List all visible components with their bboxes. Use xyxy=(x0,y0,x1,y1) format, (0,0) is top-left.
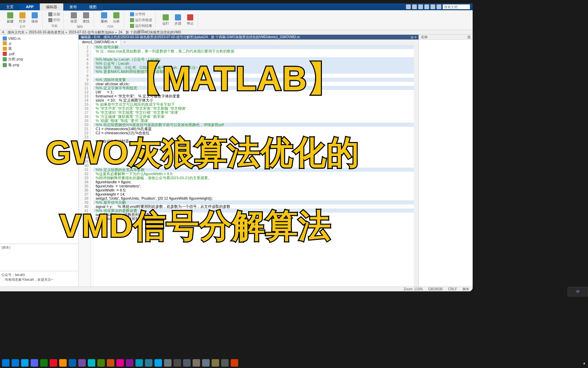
file-item[interactable]: 集.png xyxy=(1,62,77,68)
editor-tabs: demo1_GWOVMD.m × + xyxy=(79,40,419,45)
open-button[interactable]: 打开 xyxy=(17,12,28,25)
taskbar-app-icon[interactable] xyxy=(69,359,76,367)
taskbar-app-icon[interactable] xyxy=(231,359,238,367)
taskbar-app-icon[interactable] xyxy=(212,359,219,367)
vertical-scrollbar[interactable] xyxy=(414,45,419,291)
taskbar-app-icon[interactable] xyxy=(116,359,124,367)
menubar: 主页 APP 编辑器 发布 视图 xyxy=(0,3,473,10)
analyze-button[interactable]: 分析 xyxy=(111,12,122,25)
taskbar-app-icon[interactable] xyxy=(40,359,48,367)
breadcrumb-item[interactable]: 2023-03-10-画色泉算法 xyxy=(29,30,64,35)
breadcrumb-item[interactable]: 2023-07-02-信号分解算法plus xyxy=(69,30,114,35)
ws-col-value[interactable]: 值 xyxy=(467,35,471,39)
taskbar-app-icon[interactable] xyxy=(88,359,95,367)
taskbar-app-icon[interactable] xyxy=(78,359,86,367)
taskbar-app-icon[interactable] xyxy=(50,359,57,367)
menu-tab-publish[interactable]: 发布 xyxy=(63,3,83,11)
overlay-title-1: 【MATLAB】 xyxy=(128,56,342,102)
editor-close-icon[interactable]: ⊙ × xyxy=(411,35,416,39)
step-button[interactable]: 步进 xyxy=(173,12,183,28)
menu-tab-app[interactable]: APP xyxy=(20,4,40,10)
editor-titlebar: 编辑器 - E:\4、感兴义代夫\2023-03-10-画色泉算法\2023-0… xyxy=(79,35,419,40)
print-button[interactable]: 打印 xyxy=(47,17,61,23)
goto-button[interactable]: 转至 xyxy=(68,12,79,25)
taskbar-app-icon[interactable] xyxy=(174,359,181,367)
taskbar-app-icon[interactable] xyxy=(154,359,162,367)
file-name: 落 xyxy=(8,46,12,51)
taskbar-app-icon[interactable] xyxy=(221,359,229,367)
file-name: 分析.png xyxy=(8,57,23,62)
ribbon-label-file: 文件 xyxy=(19,25,26,29)
run-to-end-button[interactable]: 运行到结束 xyxy=(129,23,153,29)
taskbar-app-icon[interactable] xyxy=(21,359,29,367)
ribbon-label-edit: 编辑 xyxy=(77,25,83,29)
status-encoding[interactable]: GB18030 xyxy=(428,287,443,291)
file-item[interactable]: .pdf xyxy=(1,51,77,56)
menu-tab-view[interactable]: 视图 xyxy=(83,3,103,11)
taskbar-app-icon[interactable] xyxy=(193,359,200,367)
file-name: .p xyxy=(8,41,11,45)
file-name: VMD.m xyxy=(8,36,21,41)
file-icon xyxy=(3,41,7,45)
section-break-button[interactable]: 分节符 xyxy=(129,12,153,17)
cut-icon[interactable] xyxy=(412,4,417,9)
save-icon[interactable] xyxy=(406,4,411,9)
file-item[interactable]: .p xyxy=(1,41,77,46)
file-item[interactable]: VMD.m xyxy=(1,36,77,41)
copy-icon[interactable] xyxy=(418,4,423,9)
taskbar-app-icon[interactable] xyxy=(12,359,19,367)
menu-tab-home[interactable]: 主页 xyxy=(0,3,20,11)
taskbar-app-icon[interactable] xyxy=(164,359,172,367)
start-button[interactable] xyxy=(2,359,10,367)
breadcrumb: 4、感兴义代夫▸ 2023-03-10-画色泉算法▸ 2023-07-02-信号… xyxy=(0,30,473,35)
find-button[interactable]: 查找 xyxy=(81,12,92,25)
breadcrumb-item[interactable]: 4、感兴义代夫 xyxy=(2,30,24,35)
refactor-button[interactable]: 重构 xyxy=(99,12,110,25)
file-icon xyxy=(3,47,7,51)
file-item[interactable]: 分析.png xyxy=(1,56,77,62)
status-crlf[interactable]: CRLF xyxy=(448,287,457,291)
run-advance-button[interactable]: 运行并前进 xyxy=(129,17,153,23)
ws-col-name[interactable]: 名称 xyxy=(421,35,467,39)
taskbar-app-icon[interactable] xyxy=(97,359,105,367)
file-icon xyxy=(3,36,7,41)
file-icon xyxy=(3,57,7,61)
doc-search-input[interactable] xyxy=(443,4,470,9)
taskbar-app-icon[interactable] xyxy=(202,359,210,367)
taskbar-app-icon[interactable] xyxy=(126,359,133,367)
file-name: .pdf xyxy=(8,52,14,56)
file-icon xyxy=(3,63,7,67)
taskbar-app-icon[interactable] xyxy=(31,359,38,367)
redo-icon[interactable] xyxy=(430,4,435,9)
ime-indicator[interactable]: 中 xyxy=(568,287,588,296)
stop-button[interactable]: 停止 xyxy=(185,12,196,28)
help-icon[interactable] xyxy=(437,4,441,9)
command-line: 公众号：lwcah) xyxy=(1,273,77,277)
tab-close-icon[interactable]: × xyxy=(115,40,117,44)
taskbar-app-icon[interactable] xyxy=(183,359,191,367)
taskbar-app-icon[interactable] xyxy=(107,359,114,367)
run-button[interactable]: 运行 xyxy=(160,12,171,28)
ribbon-label-code: 代码 xyxy=(107,25,113,29)
tab-add-button[interactable]: + xyxy=(121,40,128,45)
new-button[interactable]: 新建 xyxy=(5,12,16,25)
taskbar-app-icon[interactable] xyxy=(135,359,143,367)
menu-tab-editor[interactable]: 编辑器 xyxy=(40,3,63,11)
system-tray[interactable]: ▲ xyxy=(583,361,586,365)
ribbon-label-nav: 导航 xyxy=(51,24,58,28)
undo-icon[interactable] xyxy=(424,4,429,9)
taskbar-app-icon[interactable] xyxy=(145,359,152,367)
overlay-title-3: VMD信号分解算法 xyxy=(60,204,331,248)
tray-icon[interactable]: ▲ xyxy=(583,361,586,365)
editor-tab[interactable]: demo1_GWOVMD.m × xyxy=(79,40,121,45)
status-zoom[interactable]: Zoom: 110% xyxy=(404,287,423,291)
taskbar-app-icon[interactable] xyxy=(59,359,67,367)
overlay-title-2: GWO灰狼算法优化的 xyxy=(46,131,360,175)
save-button[interactable]: 保存 xyxy=(29,12,40,25)
file-icon xyxy=(3,52,7,56)
compare-button[interactable]: 比较 xyxy=(47,12,61,17)
breadcrumb-item[interactable]: 24、第 十四期-GWO灰狼算法优化的VMD xyxy=(118,30,181,35)
workspace-panel: 名称 值 xyxy=(419,35,473,291)
file-item[interactable]: 落 xyxy=(1,46,77,51)
windows-taskbar: ▲ xyxy=(0,358,588,368)
